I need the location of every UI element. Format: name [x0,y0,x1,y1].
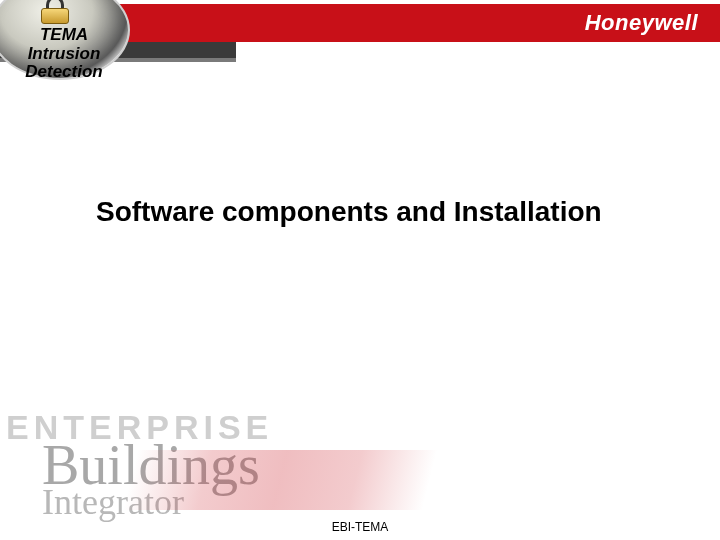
lock-icon [40,0,70,24]
product-emblem: TEMA Intrusion Detection [0,0,160,100]
product-line-2: Intrusion [14,45,114,64]
slide: Honeywell TEMA Intrusion Detection Softw… [0,0,720,540]
brand-logo: Honeywell [585,10,698,36]
watermark-logo: ENTERPRISE Buildings Integrator [0,410,430,520]
product-name: TEMA Intrusion Detection [14,26,114,82]
footer-label: EBI-TEMA [0,520,720,534]
page-title: Software components and Installation [96,196,700,228]
product-line-1: TEMA [14,26,114,45]
product-line-3: Detection [14,63,114,82]
